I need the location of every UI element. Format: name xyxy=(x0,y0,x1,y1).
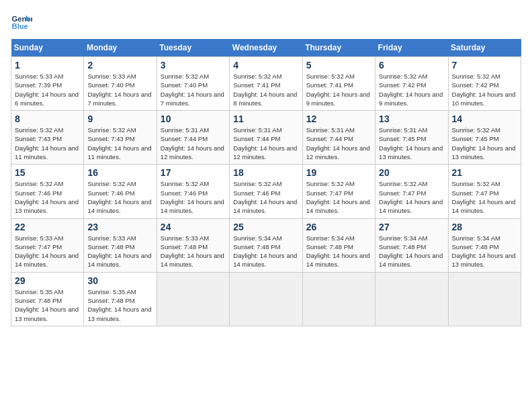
calendar-cell: 11 Sunrise: 5:31 AMSunset: 7:44 PMDaylig… xyxy=(230,111,302,165)
cell-info: Sunrise: 5:32 AMSunset: 7:45 PMDaylight:… xyxy=(452,126,517,161)
day-number: 7 xyxy=(452,60,517,71)
cell-info: Sunrise: 5:35 AMSunset: 7:48 PMDaylight:… xyxy=(15,287,80,323)
logo-icon: General Blue xyxy=(11,11,32,32)
day-number: 28 xyxy=(452,222,517,232)
col-header-wednesday: Wednesday xyxy=(230,39,302,57)
calendar-cell: 8 Sunrise: 5:32 AMSunset: 7:43 PMDayligh… xyxy=(11,111,84,165)
calendar-cell xyxy=(448,272,521,326)
day-number: 1 xyxy=(15,60,80,71)
day-number: 18 xyxy=(233,167,298,178)
calendar-cell xyxy=(157,272,229,326)
calendar-cell: 13 Sunrise: 5:31 AMSunset: 7:45 PMDaylig… xyxy=(375,111,448,165)
day-number: 15 xyxy=(15,167,80,178)
day-number: 12 xyxy=(306,113,371,124)
cell-info: Sunrise: 5:33 AMSunset: 7:39 PMDaylight:… xyxy=(15,72,80,107)
calendar-cell: 1 Sunrise: 5:33 AMSunset: 7:39 PMDayligh… xyxy=(11,57,84,111)
week-row-4: 22 Sunrise: 5:33 AMSunset: 7:47 PMDaylig… xyxy=(11,218,521,272)
calendar-cell xyxy=(230,272,302,326)
cell-info: Sunrise: 5:32 AMSunset: 7:41 PMDaylight:… xyxy=(233,72,298,107)
cell-info: Sunrise: 5:34 AMSunset: 7:48 PMDaylight:… xyxy=(233,234,298,269)
day-number: 30 xyxy=(87,275,152,286)
col-header-tuesday: Tuesday xyxy=(157,39,229,57)
calendar-cell: 7 Sunrise: 5:32 AMSunset: 7:42 PMDayligh… xyxy=(448,57,521,111)
header: General Blue xyxy=(11,11,521,32)
day-number: 21 xyxy=(452,167,517,178)
day-number: 22 xyxy=(15,222,80,232)
week-row-1: 1 Sunrise: 5:33 AMSunset: 7:39 PMDayligh… xyxy=(11,57,521,111)
calendar-cell: 14 Sunrise: 5:32 AMSunset: 7:45 PMDaylig… xyxy=(448,111,521,165)
calendar-cell: 16 Sunrise: 5:32 AMSunset: 7:46 PMDaylig… xyxy=(84,165,157,218)
col-header-sunday: Sunday xyxy=(11,39,84,57)
day-number: 20 xyxy=(379,167,444,178)
day-number: 2 xyxy=(87,60,152,71)
calendar-cell: 4 Sunrise: 5:32 AMSunset: 7:41 PMDayligh… xyxy=(230,57,302,111)
calendar-cell: 19 Sunrise: 5:32 AMSunset: 7:47 PMDaylig… xyxy=(302,165,375,218)
cell-info: Sunrise: 5:32 AMSunset: 7:46 PMDaylight:… xyxy=(161,179,226,215)
calendar-cell: 28 Sunrise: 5:34 AMSunset: 7:48 PMDaylig… xyxy=(448,218,521,272)
cell-info: Sunrise: 5:31 AMSunset: 7:45 PMDaylight:… xyxy=(379,126,444,161)
calendar-cell: 30 Sunrise: 5:35 AMSunset: 7:48 PMDaylig… xyxy=(84,272,157,326)
calendar-cell: 22 Sunrise: 5:33 AMSunset: 7:47 PMDaylig… xyxy=(11,218,84,272)
calendar-cell: 23 Sunrise: 5:33 AMSunset: 7:48 PMDaylig… xyxy=(84,218,157,272)
day-number: 8 xyxy=(15,113,80,124)
cell-info: Sunrise: 5:34 AMSunset: 7:48 PMDaylight:… xyxy=(452,234,517,269)
day-number: 27 xyxy=(379,222,444,232)
calendar-cell: 17 Sunrise: 5:32 AMSunset: 7:46 PMDaylig… xyxy=(157,165,229,218)
calendar-header-row: SundayMondayTuesdayWednesdayThursdayFrid… xyxy=(11,39,521,57)
calendar-cell: 3 Sunrise: 5:32 AMSunset: 7:40 PMDayligh… xyxy=(157,57,229,111)
cell-info: Sunrise: 5:32 AMSunset: 7:42 PMDaylight:… xyxy=(379,72,444,107)
day-number: 16 xyxy=(87,167,152,178)
cell-info: Sunrise: 5:33 AMSunset: 7:48 PMDaylight:… xyxy=(87,234,152,269)
cell-info: Sunrise: 5:31 AMSunset: 7:44 PMDaylight:… xyxy=(161,126,226,161)
cell-info: Sunrise: 5:34 AMSunset: 7:48 PMDaylight:… xyxy=(306,234,371,269)
cell-info: Sunrise: 5:31 AMSunset: 7:44 PMDaylight:… xyxy=(233,126,298,161)
cell-info: Sunrise: 5:33 AMSunset: 7:48 PMDaylight:… xyxy=(161,234,226,269)
cell-info: Sunrise: 5:34 AMSunset: 7:48 PMDaylight:… xyxy=(379,234,444,269)
calendar-cell: 15 Sunrise: 5:32 AMSunset: 7:46 PMDaylig… xyxy=(11,165,84,218)
cell-info: Sunrise: 5:32 AMSunset: 7:43 PMDaylight:… xyxy=(15,126,80,161)
cell-info: Sunrise: 5:33 AMSunset: 7:47 PMDaylight:… xyxy=(15,234,80,269)
day-number: 6 xyxy=(379,60,444,71)
cell-info: Sunrise: 5:32 AMSunset: 7:42 PMDaylight:… xyxy=(452,72,517,107)
cell-info: Sunrise: 5:32 AMSunset: 7:46 PMDaylight:… xyxy=(233,179,298,215)
calendar-cell: 25 Sunrise: 5:34 AMSunset: 7:48 PMDaylig… xyxy=(230,218,302,272)
calendar-cell: 21 Sunrise: 5:32 AMSunset: 7:47 PMDaylig… xyxy=(448,165,521,218)
day-number: 4 xyxy=(233,60,298,71)
day-number: 11 xyxy=(233,113,298,124)
day-number: 25 xyxy=(233,222,298,232)
cell-info: Sunrise: 5:33 AMSunset: 7:40 PMDaylight:… xyxy=(87,72,152,107)
calendar-cell: 27 Sunrise: 5:34 AMSunset: 7:48 PMDaylig… xyxy=(375,218,448,272)
cell-info: Sunrise: 5:35 AMSunset: 7:48 PMDaylight:… xyxy=(87,287,152,323)
cell-info: Sunrise: 5:32 AMSunset: 7:41 PMDaylight:… xyxy=(306,72,371,107)
calendar-cell: 20 Sunrise: 5:32 AMSunset: 7:47 PMDaylig… xyxy=(375,165,448,218)
day-number: 19 xyxy=(306,167,371,178)
day-number: 9 xyxy=(87,113,152,124)
day-number: 10 xyxy=(161,113,226,124)
day-number: 14 xyxy=(452,113,517,124)
calendar-cell: 24 Sunrise: 5:33 AMSunset: 7:48 PMDaylig… xyxy=(157,218,229,272)
calendar-cell xyxy=(302,272,375,326)
calendar-cell: 29 Sunrise: 5:35 AMSunset: 7:48 PMDaylig… xyxy=(11,272,84,326)
day-number: 3 xyxy=(161,60,226,71)
calendar-cell: 26 Sunrise: 5:34 AMSunset: 7:48 PMDaylig… xyxy=(302,218,375,272)
cell-info: Sunrise: 5:32 AMSunset: 7:46 PMDaylight:… xyxy=(15,179,80,215)
week-row-3: 15 Sunrise: 5:32 AMSunset: 7:46 PMDaylig… xyxy=(11,165,521,218)
calendar-cell: 5 Sunrise: 5:32 AMSunset: 7:41 PMDayligh… xyxy=(302,57,375,111)
calendar-cell: 10 Sunrise: 5:31 AMSunset: 7:44 PMDaylig… xyxy=(157,111,229,165)
cell-info: Sunrise: 5:32 AMSunset: 7:43 PMDaylight:… xyxy=(87,126,152,161)
day-number: 5 xyxy=(306,60,371,71)
col-header-thursday: Thursday xyxy=(302,39,375,57)
cell-info: Sunrise: 5:32 AMSunset: 7:47 PMDaylight:… xyxy=(452,179,517,215)
day-number: 13 xyxy=(379,113,444,124)
calendar-cell: 12 Sunrise: 5:31 AMSunset: 7:44 PMDaylig… xyxy=(302,111,375,165)
calendar-cell: 18 Sunrise: 5:32 AMSunset: 7:46 PMDaylig… xyxy=(230,165,302,218)
cell-info: Sunrise: 5:32 AMSunset: 7:47 PMDaylight:… xyxy=(306,179,371,215)
day-number: 29 xyxy=(15,275,80,286)
col-header-friday: Friday xyxy=(375,39,448,57)
svg-text:Blue: Blue xyxy=(12,22,28,30)
calendar-cell xyxy=(375,272,448,326)
logo: General Blue xyxy=(11,11,36,32)
col-header-monday: Monday xyxy=(84,39,157,57)
calendar-table: SundayMondayTuesdayWednesdayThursdayFrid… xyxy=(11,39,521,326)
day-number: 26 xyxy=(306,222,371,232)
